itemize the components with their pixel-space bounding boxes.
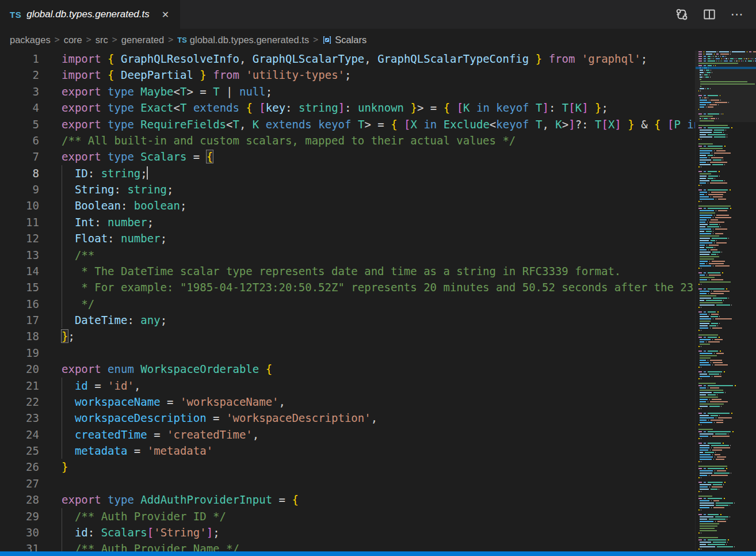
code-text: workspaceName = 'workspaceName', [62,394,285,410]
code-text: String: string; [62,181,174,197]
line-number: 25 [0,443,39,459]
code-line: 4export type Exact<T extends { [key: str… [0,100,695,116]
more-actions-icon[interactable]: ⋯ [727,5,747,24]
line-number: 21 [0,378,39,394]
breadcrumb-item-packages[interactable]: packages [10,35,51,45]
code-line: 3export type Maybe<T> = T | null; [0,83,695,100]
code-line: 7export type Scalars = { [0,148,695,165]
code-text: DateTime: any; [62,312,167,328]
code-line: 19 [0,345,695,361]
line-number: 10 [0,197,39,214]
status-bar [0,551,756,556]
line-number: 17 [0,312,39,328]
minimap-current-line [696,67,756,69]
code-text: id = 'id', [62,378,140,394]
split-editor-icon[interactable] [700,5,719,24]
code-text: import { DeepPartial } from 'utility-typ… [62,67,351,83]
code-text: id: Scalars['String']; [62,524,220,540]
code-line: 20export enum WorkspaceOrderable { [0,361,695,377]
line-number: 5 [0,116,39,132]
breadcrumb-separator-icon: > [86,35,91,45]
code-line: 5export type RequireFields<T, K extends … [0,116,695,132]
code-text: import { GraphQLResolveInfo, GraphQLScal… [62,51,647,67]
line-number: 22 [0,394,39,410]
breadcrumb-item-symbol[interactable]: Scalars [322,35,366,45]
code-line: 29 /** Auth Provider ID */ [0,508,695,524]
code-text: createdTime = 'createdTime', [62,426,259,443]
line-number: 16 [0,296,39,312]
code-text: export type Scalars = { [62,148,213,165]
code-text: export type RequireFields<T, K extends k… [62,116,695,132]
code-text: export enum WorkspaceOrderable { [62,361,272,377]
breadcrumb: packages>core>src>generated>TSglobal.db.… [0,29,756,51]
line-number: 28 [0,492,39,508]
code-line: 22 workspaceName = 'workspaceName', [0,394,695,410]
code-line: 18}; [0,328,695,344]
code-text: /** Auth Provider ID */ [62,508,226,524]
breadcrumb-item-file[interactable]: TSglobal.db.types.generated.ts [177,35,309,45]
code-text: * The DateTime scalar type represents da… [62,263,621,279]
code-line: 8 ID: string; [0,165,695,181]
code-line: 14 * The DateTime scalar type represents… [0,263,695,279]
code-text: workspaceDescription = 'workspaceDescrip… [62,410,377,426]
code-text: /** Auth Provider Name */ [62,540,239,551]
tab-global-db-types-generated-ts[interactable]: TS global.db.types.generated.ts ✕ [0,0,180,29]
code-line: 27 [0,475,695,492]
line-number: 14 [0,263,39,279]
code-text: /** [62,247,94,263]
code-text: * For example: "1985-04-12T23:20:50.52Z"… [62,279,695,295]
line-number: 3 [0,83,39,100]
minimap[interactable] [695,51,756,551]
code-text: }; [62,328,75,344]
line-number: 27 [0,475,39,492]
close-tab-icon[interactable]: ✕ [159,8,171,21]
code-line: 13 /** [0,247,695,263]
line-number: 24 [0,426,39,443]
breadcrumb-item-src[interactable]: src [96,35,108,45]
line-number: 19 [0,345,39,361]
symbol-type-icon [322,35,332,45]
line-number: 7 [0,148,39,165]
line-number: 26 [0,459,39,475]
code-line: 23 workspaceDescription = 'workspaceDesc… [0,410,695,426]
line-number: 30 [0,524,39,540]
line-number: 12 [0,230,39,246]
code-editor[interactable]: 1import { GraphQLResolveInfo, GraphQLSca… [0,51,695,551]
code-line: 21 id = 'id', [0,378,695,394]
code-line: 28export type AddAuthProviderInput = { [0,492,695,508]
editor-actions: ⋯ [672,0,756,29]
open-changes-icon[interactable] [672,5,692,24]
code-line: 2import { DeepPartial } from 'utility-ty… [0,67,695,83]
code-line: 31 /** Auth Provider Name */ [0,540,695,551]
typescript-file-icon: TS [10,10,21,20]
breadcrumb-separator-icon: > [313,35,318,45]
breadcrumb-item-generated[interactable]: generated [121,35,164,45]
code-line: 17 DateTime: any; [0,312,695,328]
breadcrumb-separator-icon: > [168,35,173,45]
code-text: /** All built-in and custom scalars, map… [62,132,516,148]
line-number: 31 [0,540,39,551]
breadcrumb-separator-icon: > [112,35,117,45]
code-text: Int: number; [62,214,154,230]
code-line: 16 */ [0,296,695,312]
code-line: 12 Float: number; [0,230,695,246]
code-line: 6/** All built-in and custom scalars, ma… [0,132,695,148]
breadcrumb-item-core[interactable]: core [64,35,82,45]
code-line: 11 Int: number; [0,214,695,230]
line-number: 2 [0,67,39,83]
line-number: 9 [0,181,39,197]
code-line: 1import { GraphQLResolveInfo, GraphQLSca… [0,51,695,67]
code-line: 10 Boolean: boolean; [0,197,695,214]
editor-lines: 1import { GraphQLResolveInfo, GraphQLSca… [0,51,695,551]
line-number: 15 [0,279,39,295]
line-number: 6 [0,132,39,148]
code-text: metadata = 'metadata' [62,443,213,459]
code-text: export type Maybe<T> = T | null; [62,83,272,100]
code-text: ID: string; [62,165,148,181]
code-text: */ [62,296,94,312]
code-line: 24 createdTime = 'createdTime', [0,426,695,443]
tab-title: global.db.types.generated.ts [26,9,150,20]
minimap-content [698,51,756,551]
code-text: Boolean: boolean; [62,197,186,214]
line-number: 29 [0,508,39,524]
